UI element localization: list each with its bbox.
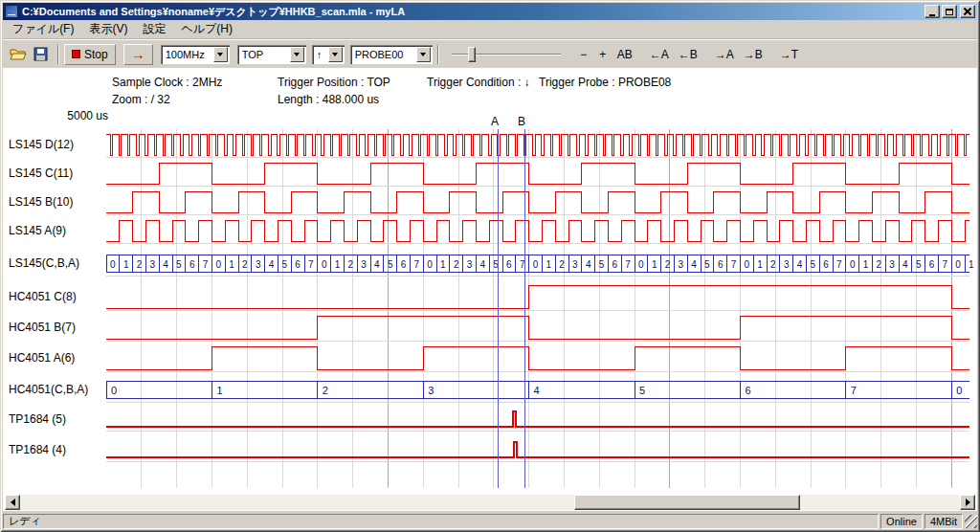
goto-cursor-a-left-button[interactable]: ←A [645, 44, 674, 65]
scrollbar-thumb[interactable] [574, 495, 800, 510]
bus-value: 7 [625, 259, 631, 270]
goto-cursor-b-left-button[interactable]: ←B [674, 44, 702, 65]
resize-grip-icon[interactable] [965, 515, 977, 528]
bus-value: 2 [348, 259, 354, 270]
sample-rate-select[interactable]: 100MHz [161, 45, 230, 64]
waveform-trace [106, 411, 969, 427]
channel-ls145-d-12: LS145 D(12) [9, 134, 969, 155]
toolbar-separator [437, 45, 439, 64]
bus-value: 6 [745, 385, 750, 396]
bus-value: 3 [572, 259, 578, 270]
bus-value: 5 [811, 259, 816, 270]
channel-tp1684-4: TP1684 (4) [9, 442, 969, 457]
bus-value: 0 [111, 385, 117, 396]
menu-file[interactable]: ファイル(F) [5, 19, 81, 39]
channel-ls145-a-9: LS145 A(9) [9, 220, 969, 241]
menu-help[interactable]: ヘルプ(H) [173, 19, 240, 39]
bus-value: 1 [969, 259, 974, 270]
bus-value: 2 [877, 259, 882, 270]
channel-label: HC4051 C(8) [9, 290, 77, 303]
bus-value: 1 [652, 259, 657, 270]
status-ready: レディ [3, 514, 879, 529]
chevron-down-icon[interactable] [328, 47, 343, 62]
chevron-down-icon[interactable] [416, 47, 431, 62]
bus-value: 4 [163, 259, 168, 270]
bus-value: 2 [137, 259, 143, 270]
trigger-position-select[interactable]: TOP [237, 45, 306, 64]
bus-value: 3 [256, 259, 261, 270]
menu-view[interactable]: 表示(V) [81, 19, 135, 39]
bus-value: 0 [322, 259, 327, 270]
open-file-button[interactable] [7, 44, 30, 65]
zoom-slider[interactable] [450, 44, 563, 65]
cursor-ab-button[interactable]: AB [612, 44, 637, 65]
channel-label: LS145 C(11) [9, 166, 73, 180]
channel-label: LS145(C,B,A) [9, 256, 79, 270]
bus-value: 3 [784, 259, 790, 270]
cursor-label: A [491, 115, 499, 128]
sample-rate-value: 100MHz [166, 49, 213, 60]
app-icon[interactable] [5, 5, 18, 18]
bus-value: 2 [242, 259, 248, 270]
bus-value: 5 [639, 385, 645, 396]
goto-trigger-button[interactable]: →T [775, 44, 803, 65]
stop-button[interactable]: Stop [64, 44, 116, 65]
probe-select[interactable]: PROBE00 [350, 45, 433, 64]
maximize-button[interactable] [942, 5, 957, 18]
bus-value: 5 [704, 259, 710, 270]
zoom-out-button[interactable]: − [574, 44, 593, 65]
bus-value: 6 [612, 259, 618, 270]
menu-settings[interactable]: 設定 [135, 19, 173, 39]
stop-label: Stop [84, 48, 108, 61]
zoom-in-button[interactable]: + [593, 44, 612, 65]
goto-cursor-a-right-button[interactable]: →A [710, 44, 739, 65]
save-button[interactable] [30, 44, 53, 65]
bus-value: 4 [586, 259, 591, 270]
bus-value: 2 [559, 259, 565, 270]
minimize-button[interactable] [924, 5, 940, 18]
waveform-display[interactable]: LS145 D(12)LS145 C(11)LS145 B(10)LS145 A… [3, 68, 977, 495]
bus-value: 1 [546, 259, 552, 270]
channel-ls145-b-10: LS145 B(10) [9, 191, 969, 212]
bus-value: 4 [691, 259, 697, 270]
bus-value: 6 [823, 259, 829, 270]
bus-value: 7 [836, 259, 842, 270]
chevron-down-icon[interactable] [290, 47, 304, 62]
channel-label: LS145 D(12) [9, 138, 74, 151]
time-per-div-label: 5000 us [67, 109, 108, 122]
bus-value: 3 [361, 259, 367, 270]
cursor-label: B [518, 115, 525, 128]
scroll-left-button[interactable] [5, 495, 20, 510]
bus-value: 0 [850, 259, 856, 270]
probe-value: PROBE00 [355, 49, 416, 60]
chevron-down-icon[interactable] [213, 47, 228, 62]
channel-tp1684-5: TP1684 (5) [9, 411, 969, 427]
goto-cursor-b-right-button[interactable]: →B [739, 44, 768, 65]
channel-ls145-c-b-a: LS145(C,B,A)0123456701234567012345670123… [9, 255, 974, 272]
cursor-b[interactable]: B [518, 115, 525, 488]
bus-value: 7 [203, 259, 209, 270]
slider-thumb[interactable] [468, 47, 476, 62]
waveform-trace [106, 191, 969, 212]
scrollbar-track[interactable] [20, 495, 960, 510]
bus-value: 1 [863, 259, 869, 270]
run-arrow-icon: → [131, 47, 145, 61]
run-button[interactable]: → [123, 44, 153, 65]
bus-value: 1 [229, 259, 234, 270]
horizontal-scrollbar[interactable] [5, 495, 975, 510]
trigger-edge-select[interactable]: ↑ [312, 45, 345, 64]
close-icon [964, 8, 971, 15]
window-title: C:¥Documents and Settings¥noname¥デスクトップ¥… [22, 5, 923, 19]
bus-value: 0 [427, 259, 433, 270]
channel-ls145-c-11: LS145 C(11) [9, 163, 969, 184]
scroll-right-button[interactable] [960, 495, 975, 510]
trigger-edge-value: ↑ [317, 49, 328, 60]
close-button[interactable] [960, 5, 975, 18]
waveform-trace [106, 346, 969, 369]
waveform-trace [106, 220, 969, 241]
bus-value: 2 [454, 259, 459, 270]
cursor-a[interactable]: A [491, 115, 499, 488]
title-bar[interactable]: C:¥Documents and Settings¥noname¥デスクトップ¥… [3, 3, 977, 20]
bus-value: 4 [480, 259, 486, 270]
waveform-trace [106, 442, 969, 457]
